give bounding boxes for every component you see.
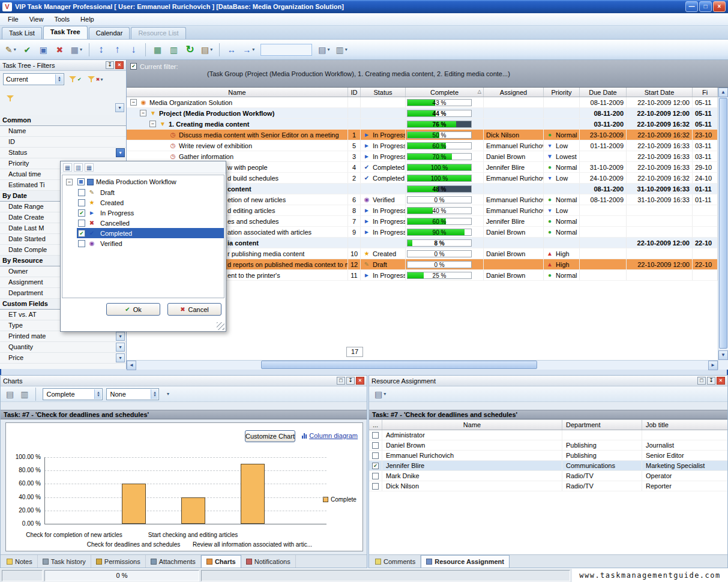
resource-row[interactable]: Administrator [369,430,727,440]
vertical-scrollbar[interactable]: ▲ ▼ [718,88,728,370]
customize-chart-button[interactable]: Customize Chart [245,430,295,442]
filter-item-dropdown-button[interactable]: ▾ [116,353,125,362]
status-tree-root[interactable]: − Media Production Workflow [62,176,224,187]
task-row[interactable]: ◷Write review of exhibition5►In Progress… [127,140,718,151]
resource-checkbox[interactable] [372,483,379,490]
task-row[interactable]: −◉Media Organization Solution43 %08-11-2… [127,97,718,108]
collapse-box[interactable]: − [66,179,73,185]
column-header-id[interactable]: ID [348,88,361,97]
delete-task-button[interactable]: ✖ [52,42,67,57]
layout-button[interactable]: ▤▾ [316,42,332,57]
pin-icon[interactable]: ↧ [346,377,355,385]
filter-item-quantity[interactable]: Quantity▾ [0,342,126,353]
status-option-checkbox[interactable] [78,220,85,227]
tab-task-history[interactable]: Task history [38,555,91,568]
filter-item-dropdown-button[interactable]: ▾ [116,332,125,341]
ok-button[interactable]: ✔ Ok [106,303,160,316]
current-filter-combo[interactable]: Current ▲▼ [3,73,64,85]
filter-item-id[interactable]: ID [0,137,126,148]
view-tab-task-tree[interactable]: Task Tree [43,26,88,39]
expand-collapse-button[interactable]: ↕ [94,42,109,57]
menu-item-help[interactable]: Help [75,14,100,24]
filter-item-price[interactable]: Price▾ [0,353,126,364]
status-option-checkbox[interactable]: ✔ [78,230,85,237]
status-option-checkbox[interactable] [78,189,85,196]
tab-resource-assignment[interactable]: Resource Assignment [421,555,510,568]
chart-group-combo[interactable]: None ▲▼ [106,388,159,400]
tab-comments[interactable]: Comments [370,555,421,568]
collapse-box[interactable]: − [130,99,137,106]
resource-row[interactable]: Daniel BrownPublishingJournalist [369,440,727,451]
combo-spinner-icon[interactable]: ▲▼ [55,74,63,84]
tab-notes[interactable]: Notes [2,555,38,568]
collapse-box[interactable]: − [140,110,146,116]
complete-task-button[interactable]: ✔ [20,42,35,57]
restore-panel-icon[interactable]: □ [337,377,345,385]
scroll-right-icon[interactable]: ► [708,361,718,370]
resource-row[interactable]: Emmanuel RurichovichPublishingSenior Edi… [369,451,727,461]
scroll-up-icon[interactable]: ▲ [718,88,728,97]
status-option-checkbox[interactable] [78,240,85,247]
status-option-cancelled[interactable]: ✖Cancelled [62,218,224,228]
combo-spinner-icon[interactable]: ▲▼ [94,389,101,399]
close-panel-button[interactable]: × [356,377,364,385]
resource-checkbox[interactable]: ✔ [372,463,379,469]
expand-nodes-icon[interactable]: ▦ [85,163,94,172]
resource-checkbox[interactable] [372,452,379,459]
resource-row[interactable]: ✔Jennifer BlireCommunicationsMarketing S… [369,461,727,471]
filter-item-name[interactable]: Name [0,126,126,137]
view-tab-calendar[interactable]: Calendar [89,27,130,39]
apply-filter-button[interactable]: ✔ [67,74,83,84]
resource-row[interactable]: Mark DnikeRadio/TVOperator [369,471,727,481]
resource-checkbox[interactable] [372,432,379,439]
resource-checkbox[interactable] [372,442,379,449]
resource-list-button[interactable]: ▤ ▾ [372,388,388,400]
status-option-completed[interactable]: ✔✔Completed [62,228,224,238]
status-option-checkbox[interactable]: ✔ [78,209,85,217]
scroll-left-icon[interactable]: ◄ [127,361,136,370]
scroll-thumb[interactable] [719,98,727,349]
uncheck-all-icon[interactable]: ▥ [74,163,83,172]
chart-series-combo[interactable]: Complete ▲▼ [43,388,103,400]
more-actions-button[interactable]: ▦▾ [68,42,85,57]
status-option-draft[interactable]: ✎Draft [62,187,224,197]
cancel-button[interactable]: ✖ Cancel [167,303,221,316]
check-all-icon[interactable]: ▦ [63,163,72,172]
collapse-box[interactable]: − [149,121,156,127]
tab-attachments[interactable]: Attachments [146,555,201,568]
close-button[interactable]: × [713,1,726,12]
move-task-up-button[interactable]: ↑ [110,42,125,57]
column-header-fi[interactable]: Fi [693,88,718,97]
resource-row[interactable]: Dick NilsonRadio/TVReporter [369,481,727,491]
go-to-task-button[interactable]: →▾ [240,42,257,57]
tab-charts[interactable]: Charts [201,555,241,568]
close-panel-button[interactable]: × [115,61,124,69]
scroll-thumb[interactable] [261,361,537,369]
resource-column-header-department[interactable]: Department [562,420,642,430]
show-subtasks-button[interactable]: ▦ [150,42,165,57]
scroll-track[interactable] [136,361,708,370]
pin-icon[interactable]: ↧ [106,61,114,69]
minimize-button[interactable]: — [685,1,698,12]
resize-grip[interactable] [217,322,224,330]
resource-column-header-name[interactable]: Name [382,420,562,430]
view-tab-task-list[interactable]: Task List [2,27,42,39]
horizontal-scrollbar[interactable]: ◄ ► [127,360,718,370]
copy-task-button[interactable]: ▣ [36,42,51,57]
root-checkbox[interactable] [77,178,85,185]
collapse-all-button[interactable]: ↔ [224,42,239,57]
scroll-down-icon[interactable]: ▼ [718,350,728,360]
chart-options-dropdown[interactable]: ▾ [161,388,173,400]
clear-filter-button[interactable]: ✖ ▾ [86,74,104,84]
column-header-status[interactable]: Status [361,88,406,97]
task-row[interactable]: −▼1. Creating media content76 %03-11-200… [127,119,718,130]
status-option-created[interactable]: ★Created [62,197,224,208]
refresh-button[interactable]: ↻ [182,42,197,57]
restore-panel-icon[interactable]: □ [697,377,706,385]
print-preview-button[interactable]: ▥ [18,388,31,400]
column-header-due-date[interactable]: Due Date [580,88,627,97]
close-panel-button[interactable]: × [717,377,725,385]
export-button[interactable]: ▤▾ [199,42,215,57]
status-option-in-progress[interactable]: ✔►In Progress [62,208,224,218]
filter-item-dropdown-button[interactable]: ▾ [116,343,125,352]
